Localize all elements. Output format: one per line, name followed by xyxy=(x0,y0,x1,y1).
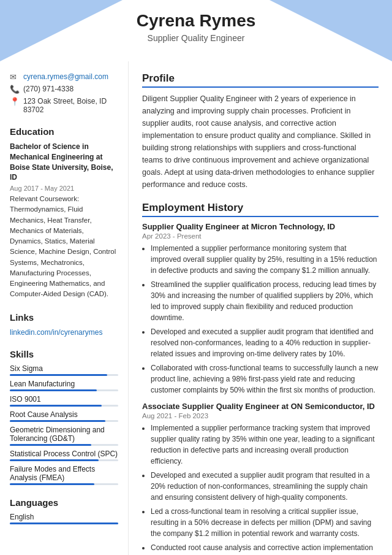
email-icon: ✉ xyxy=(10,72,20,82)
job-entry: Supplier Quality Engineer at Micron Tech… xyxy=(142,222,379,396)
job-dates: Apr 2023 - Present xyxy=(142,232,379,240)
skills-list: Six Sigma Lean Manufacturing ISO 9001 Ro… xyxy=(10,364,118,485)
linkedin-link[interactable]: linkedin.com/in/cyrenarymes xyxy=(10,328,102,337)
address-item: 📍 123 Oak Street, Boise, ID 83702 xyxy=(10,97,118,114)
phone-item: 📞 (270) 971-4338 xyxy=(10,85,118,94)
skill-item: Failure Modes and Effects Analysis (FMEA… xyxy=(10,465,118,485)
coursework-label: Relevant Coursework: xyxy=(10,195,79,202)
skill-name: Six Sigma xyxy=(10,364,118,373)
skill-item: Lean Manufacturing xyxy=(10,380,118,391)
header-content: Cyrena Rymes Supplier Quality Engineer xyxy=(0,0,392,43)
job-bullet: Conducted root cause analysis and correc… xyxy=(151,542,379,555)
skill-item: Geometric Dimensioning and Tolerancing (… xyxy=(10,426,118,446)
skill-bar-fill xyxy=(10,405,102,407)
candidate-title: Supplier Quality Engineer xyxy=(0,33,392,43)
content-wrap: ✉ cyrena.rymes@gmail.com 📞 (270) 971-433… xyxy=(0,61,392,555)
job-bullet: Collaborated with cross-functional teams… xyxy=(151,362,379,396)
skill-bar-fill xyxy=(10,444,91,446)
job-bullets: Implemented a supplier performance monit… xyxy=(142,243,379,396)
job-bullet: Developed and executed a supplier audit … xyxy=(151,326,379,359)
job-bullet: Implemented a supplier performance track… xyxy=(151,423,379,467)
skill-bar-bg xyxy=(10,483,118,485)
skill-bar-fill xyxy=(10,389,97,391)
email-item: ✉ cyrena.rymes@gmail.com xyxy=(10,72,118,82)
job-title: Associate Supplier Quality Engineer at O… xyxy=(142,402,379,411)
phone-text: (270) 971-4338 xyxy=(23,85,74,93)
language-item: English xyxy=(10,513,118,524)
job-bullet: Streamlined the supplier qualification p… xyxy=(151,279,379,323)
education-title: Education xyxy=(10,126,118,137)
employment-section: Employment History Supplier Quality Engi… xyxy=(142,202,379,555)
job-entry: Associate Supplier Quality Engineer at O… xyxy=(142,402,379,555)
skill-bar-bg xyxy=(10,374,118,376)
job-bullet: Led a cross-functional team in resolving… xyxy=(151,506,379,539)
language-name: English xyxy=(10,513,118,521)
address-text: 123 Oak Street, Boise, ID 83702 xyxy=(23,97,118,114)
job-bullet: Implemented a supplier performance monit… xyxy=(151,243,379,276)
skill-bar-bg xyxy=(10,389,118,391)
skill-bar-bg xyxy=(10,405,118,407)
skill-item: Six Sigma xyxy=(10,364,118,376)
sidebar: ✉ cyrena.rymes@gmail.com 📞 (270) 971-433… xyxy=(0,61,129,555)
header-background: Cyrena Rymes Supplier Quality Engineer xyxy=(0,0,392,61)
profile-section-title: Profile xyxy=(142,72,379,88)
language-bar-bg xyxy=(10,522,118,524)
location-icon: 📍 xyxy=(10,97,20,106)
skill-name: Failure Modes and Effects Analysis (FMEA… xyxy=(10,465,118,482)
language-bar-fill xyxy=(10,522,118,524)
phone-icon: 📞 xyxy=(10,85,20,94)
contact-section: ✉ cyrena.rymes@gmail.com 📞 (270) 971-433… xyxy=(10,72,118,114)
job-bullet: Developed and executed a supplier audit … xyxy=(151,470,379,503)
skill-item: Root Cause Analysis xyxy=(10,410,118,422)
skill-item: ISO 9001 xyxy=(10,395,118,407)
skill-name: Statistical Process Control (SPC) xyxy=(10,450,118,458)
profile-text: Diligent Supplier Quality Engineer with … xyxy=(142,93,379,191)
skill-name: Geometric Dimensioning and Tolerancing (… xyxy=(10,426,118,443)
skill-bar-fill xyxy=(10,420,105,422)
skill-name: Lean Manufacturing xyxy=(10,380,118,388)
edu-coursework: Relevant Coursework: Thermodynamics, Flu… xyxy=(10,194,118,300)
languages-section: Languages English xyxy=(10,497,118,524)
main-content: Profile Diligent Supplier Quality Engine… xyxy=(129,61,392,555)
skills-title: Skills xyxy=(10,349,118,359)
skill-name: Root Cause Analysis xyxy=(10,410,118,419)
candidate-name: Cyrena Rymes xyxy=(0,11,392,31)
links-title: Links xyxy=(10,312,118,323)
skill-name: ISO 9001 xyxy=(10,395,118,404)
skill-bar-bg xyxy=(10,444,118,446)
skill-bar-bg xyxy=(10,459,118,461)
education-section: Education Bachelor of Science in Mechani… xyxy=(10,126,118,300)
employment-section-title: Employment History xyxy=(142,202,379,217)
job-title: Supplier Quality Engineer at Micron Tech… xyxy=(142,222,379,231)
skill-bar-fill xyxy=(10,459,99,461)
languages-title: Languages xyxy=(10,497,118,508)
edu-degree: Bachelor of Science in Mechanical Engine… xyxy=(10,142,118,183)
job-dates: Aug 2021 - Feb 2023 xyxy=(142,412,379,419)
email-link[interactable]: cyrena.rymes@gmail.com xyxy=(23,72,108,81)
skill-bar-fill xyxy=(10,483,94,485)
jobs-list: Supplier Quality Engineer at Micron Tech… xyxy=(142,222,379,555)
skill-item: Statistical Process Control (SPC) xyxy=(10,450,118,461)
links-section: Links linkedin.com/in/cyrenarymes xyxy=(10,312,118,337)
coursework-text: Thermodynamics, Fluid Mechanics, Heat Tr… xyxy=(10,205,116,297)
profile-section: Profile Diligent Supplier Quality Engine… xyxy=(142,72,379,191)
skills-section: Skills Six Sigma Lean Manufacturing ISO … xyxy=(10,349,118,485)
job-bullets: Implemented a supplier performance track… xyxy=(142,423,379,555)
languages-list: English xyxy=(10,513,118,524)
skill-bar-fill xyxy=(10,374,107,376)
skill-bar-bg xyxy=(10,420,118,422)
edu-date: Aug 2017 - May 2021 xyxy=(10,185,118,192)
